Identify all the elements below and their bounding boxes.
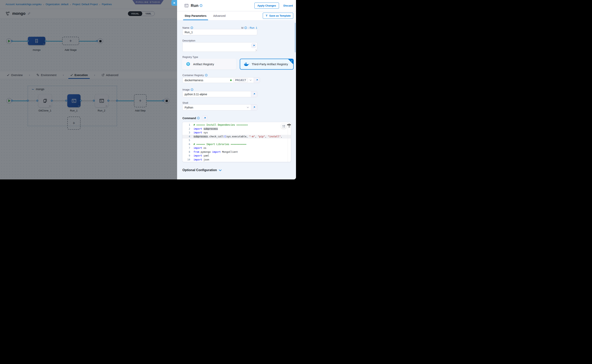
tab-advanced[interactable]: Advanced bbox=[213, 11, 226, 20]
code-line[interactable]: 5 bbox=[182, 138, 291, 143]
pin-icon bbox=[253, 106, 256, 109]
connector-status-dot bbox=[230, 79, 232, 81]
info-icon[interactable] bbox=[244, 26, 247, 29]
shell-field: Python bbox=[182, 104, 257, 110]
shell-select[interactable]: Python bbox=[183, 104, 251, 110]
info-icon[interactable] bbox=[200, 4, 202, 7]
container-registry-label: Container Registry bbox=[182, 74, 208, 77]
name-input[interactable] bbox=[182, 29, 257, 35]
scope-badge: PROJECT bbox=[233, 78, 248, 82]
upload-icon bbox=[265, 14, 268, 17]
code-line[interactable]: 9import yaml bbox=[182, 154, 291, 158]
pin-button[interactable] bbox=[251, 43, 256, 48]
expand-editor-button[interactable] bbox=[281, 124, 286, 129]
name-label: Name bbox=[182, 26, 193, 29]
info-icon[interactable] bbox=[191, 88, 193, 91]
code-line[interactable]: 3import sys bbox=[182, 131, 291, 135]
pin-button[interactable] bbox=[202, 115, 208, 121]
step-id: Id : Run_1 bbox=[241, 26, 257, 29]
drawer-header: Run Apply Changes Discard bbox=[177, 0, 296, 11]
close-drawer-button[interactable]: ✕ bbox=[171, 0, 177, 6]
modal-dim-overlay[interactable] bbox=[0, 0, 177, 179]
pin-icon bbox=[203, 117, 206, 120]
code-line[interactable]: 10import json bbox=[182, 158, 291, 162]
drawer-content: Name Id : Run_1 Description Registry Typ… bbox=[177, 20, 296, 179]
info-icon[interactable] bbox=[197, 117, 200, 119]
editor-overview-mark bbox=[287, 124, 291, 125]
command-editor-lines: 1# ====== Install Dependencies ========2… bbox=[182, 122, 291, 162]
registry-option-third-party[interactable]: Third-Party Artifact Registry ✓ bbox=[240, 59, 294, 70]
discard-button[interactable]: Discard bbox=[283, 4, 293, 7]
save-as-template-button[interactable]: Save as Template bbox=[263, 13, 293, 19]
info-icon[interactable] bbox=[205, 74, 208, 77]
optional-configuration-toggle[interactable]: Optional Configuration bbox=[182, 168, 222, 172]
drawer-tabs: Step Parameters Advanced Save as Templat… bbox=[177, 11, 296, 20]
pin-button[interactable] bbox=[251, 104, 257, 110]
tab-step-parameters[interactable]: Step Parameters bbox=[184, 11, 207, 20]
info-icon[interactable] bbox=[190, 26, 193, 29]
image-label: Image bbox=[182, 88, 193, 91]
terminal-icon bbox=[184, 3, 189, 8]
chevron-down-icon[interactable] bbox=[249, 79, 252, 81]
code-line[interactable]: 6# ====== Import Libraries =========== bbox=[182, 143, 291, 146]
description-label: Description bbox=[182, 39, 195, 42]
shell-label: Shell bbox=[182, 101, 188, 104]
code-line[interactable]: 8from pymongo import MongoClient bbox=[182, 150, 291, 154]
command-label: Command bbox=[182, 117, 200, 120]
container-registry-field: dockerHarness PROJECT bbox=[182, 77, 260, 83]
step-id-value: Run_1 bbox=[250, 26, 257, 29]
registry-option-artifact[interactable]: Artifact Registry bbox=[182, 59, 236, 70]
image-input[interactable]: python:3.11-alpine bbox=[183, 91, 251, 97]
pin-button[interactable] bbox=[254, 78, 260, 83]
command-label-row: Command bbox=[182, 115, 208, 121]
image-field: python:3.11-alpine bbox=[182, 91, 257, 97]
registry-type-label: Registry Type bbox=[182, 56, 198, 58]
apply-changes-button[interactable]: Apply Changes bbox=[255, 3, 279, 9]
panel-scrollbar[interactable] bbox=[295, 23, 296, 52]
chevron-down-icon[interactable] bbox=[247, 107, 249, 108]
artifact-registry-icon bbox=[186, 62, 191, 67]
editor-scrollbar-thumb[interactable] bbox=[289, 123, 290, 128]
code-line[interactable]: 4subprocess.check_call([sys.executable, … bbox=[182, 135, 291, 139]
description-field bbox=[182, 42, 257, 52]
chevron-down-icon bbox=[219, 169, 222, 171]
pin-icon bbox=[252, 45, 255, 47]
pin-button[interactable] bbox=[251, 91, 257, 97]
code-line[interactable]: 2import subprocess bbox=[182, 127, 291, 131]
expand-icon bbox=[283, 125, 285, 127]
command-editor[interactable]: 1# ====== Install Dependencies ========2… bbox=[182, 122, 291, 162]
code-line[interactable]: 1# ====== Install Dependencies ======== bbox=[182, 123, 291, 127]
docker-icon bbox=[244, 62, 249, 66]
check-icon: ✓ bbox=[291, 60, 293, 62]
pin-icon bbox=[256, 79, 258, 81]
description-textarea[interactable] bbox=[183, 42, 257, 52]
step-config-drawer: Run Apply Changes Discard Step Parameter… bbox=[177, 0, 296, 179]
pin-icon bbox=[253, 93, 256, 95]
code-line[interactable]: 7import os bbox=[182, 146, 291, 150]
drawer-title: Run bbox=[191, 3, 198, 8]
container-registry-selector[interactable]: dockerHarness PROJECT bbox=[183, 78, 254, 83]
